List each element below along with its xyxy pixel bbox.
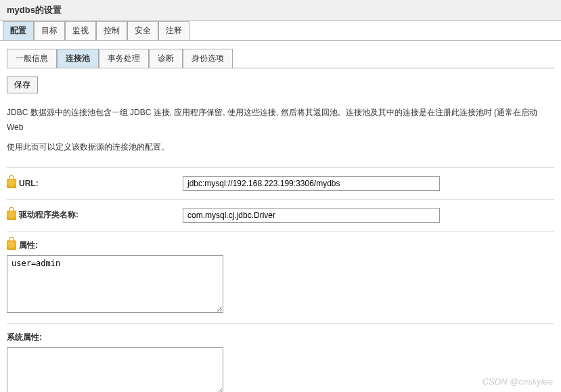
subtab-diagnostics[interactable]: 诊断 xyxy=(149,49,183,68)
tab-security[interactable]: 安全 xyxy=(127,21,158,40)
content-area: 保存 JDBC 数据源中的连接池包含一组 JDBC 连接, 应用程序保留, 使用… xyxy=(0,68,561,392)
driver-label-text: 驱动程序类名称: xyxy=(19,209,78,221)
properties-label: 属性: xyxy=(7,240,554,251)
tab-config[interactable]: 配置 xyxy=(3,21,34,40)
subtab-general[interactable]: 一般信息 xyxy=(7,49,57,68)
url-input[interactable] xyxy=(183,176,440,191)
tab-target[interactable]: 目标 xyxy=(34,21,65,40)
driver-input[interactable] xyxy=(183,208,440,223)
tab-notes[interactable]: 注释 xyxy=(158,21,189,40)
subtab-identity[interactable]: 身份选项 xyxy=(183,49,233,68)
description-text: JDBC 数据源中的连接池包含一组 JDBC 连接, 应用程序保留, 使用这些连… xyxy=(7,106,554,155)
form-row-url: URL: xyxy=(7,168,554,200)
form-row-system-properties: 系统属性: xyxy=(7,324,554,392)
properties-label-text: 属性: xyxy=(19,240,38,251)
url-label: URL: xyxy=(7,179,183,188)
form-row-driver: 驱动程序类名称: xyxy=(7,200,554,232)
lock-icon xyxy=(7,179,16,188)
description-line-2: 使用此页可以定义该数据源的连接池的配置。 xyxy=(7,140,554,155)
lock-icon xyxy=(7,240,16,250)
driver-label: 驱动程序类名称: xyxy=(7,209,183,221)
system-properties-textarea[interactable] xyxy=(7,347,223,392)
save-button[interactable]: 保存 xyxy=(7,77,38,93)
properties-textarea[interactable] xyxy=(7,255,223,313)
lock-icon xyxy=(7,211,16,220)
page-title: mydbs的设置 xyxy=(0,0,561,21)
subtab-connection-pool[interactable]: 连接池 xyxy=(57,49,99,68)
tab-monitor[interactable]: 监视 xyxy=(65,21,96,40)
sub-tabs: 一般信息 连接池 事务处理 诊断 身份选项 xyxy=(7,49,554,68)
description-line-1: JDBC 数据源中的连接池包含一组 JDBC 连接, 应用程序保留, 使用这些连… xyxy=(7,106,554,135)
system-properties-label: 系统属性: xyxy=(7,332,554,343)
tab-control[interactable]: 控制 xyxy=(96,21,127,40)
form-row-properties: 属性: xyxy=(7,232,554,324)
form-section: URL: 驱动程序类名称: 属性: 系统属性: xyxy=(7,167,554,392)
system-properties-label-text: 系统属性: xyxy=(7,332,42,343)
subtab-transaction[interactable]: 事务处理 xyxy=(99,49,149,68)
main-tabs: 配置 目标 监视 控制 安全 注释 xyxy=(0,21,561,41)
watermark: CSDN @cnskylee xyxy=(483,376,553,387)
url-label-text: URL: xyxy=(19,179,39,188)
